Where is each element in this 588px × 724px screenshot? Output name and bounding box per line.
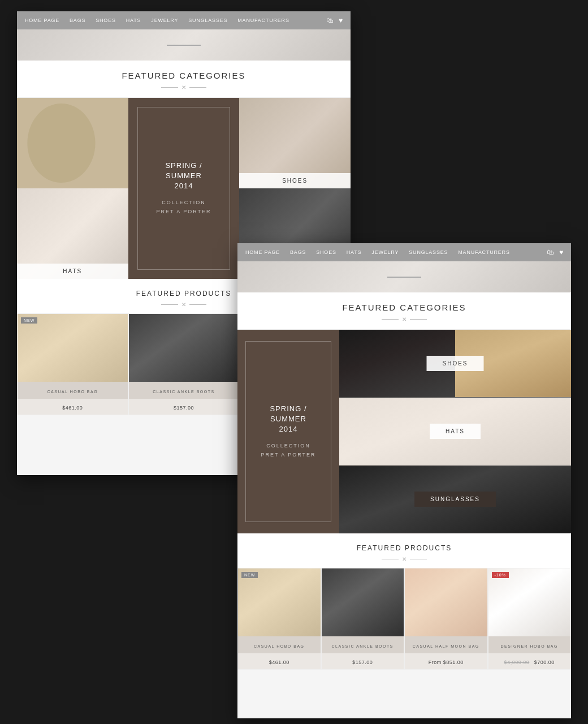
- product-name-bar-1-w2: CASUAL HOBO BAG: [238, 636, 321, 653]
- product-name-bar-3-w2: CASUAL HALF MOON BAG: [405, 636, 487, 653]
- shoes-label-w1: SHOES: [239, 173, 351, 188]
- featured-products-w2: FEATURED PRODUCTS ✕ NEW CASUAL HOBO BAG …: [237, 533, 571, 670]
- nav-sunglasses-w1[interactable]: SUNGLASSES: [188, 18, 227, 23]
- product-photo-1-w2: [238, 568, 321, 636]
- product-name-bar-2-w2: CLASSIC ANKLE BOOTS: [322, 636, 404, 653]
- product-price-3-w2: From $851.00: [429, 660, 464, 665]
- products-grid-w2: NEW CASUAL HOBO BAG $461.00 CLASSIC ANKL…: [237, 568, 571, 670]
- cat-hats-row-w2[interactable]: HATS: [339, 398, 571, 466]
- nav-home-w1[interactable]: HOME PAGE: [25, 18, 59, 23]
- product-img-2-w1: [129, 314, 239, 382]
- product-img-2-w2: [322, 568, 404, 636]
- product-price-1-w2: $461.00: [269, 660, 289, 665]
- product-1-w2[interactable]: NEW CASUAL HOBO BAG $461.00: [237, 568, 321, 670]
- hats-label-w1: HATS: [17, 264, 128, 279]
- featured-categories-heading-w1: FEATURED CATEGORIES: [122, 71, 245, 80]
- product-price-4-w2: $700.00: [534, 660, 555, 665]
- category-shoes-w1[interactable]: SHOES: [239, 98, 351, 188]
- products-divider-w2: ✕: [249, 556, 560, 562]
- products-divider-left-w1: [161, 304, 178, 305]
- nav-shoes-w2[interactable]: SHOES: [316, 249, 336, 255]
- products-divider-left-w2: [382, 559, 399, 559]
- product-photo-2-w1: [129, 314, 239, 382]
- product-price-bar-2-w1: $157.00: [129, 399, 239, 415]
- product-badge-4-w2: -10%: [492, 572, 509, 578]
- product-1-w1[interactable]: NEW CASUAL HOBO BAG $461.00: [17, 313, 128, 415]
- products-heading-w2: FEATURED PRODUCTS: [357, 544, 452, 552]
- product-2-w2[interactable]: CLASSIC ANKLE BOOTS $157.00: [321, 568, 405, 670]
- divider-x-w2: ✕: [402, 316, 407, 322]
- nav-bags-w1[interactable]: BAGS: [70, 18, 85, 23]
- product-price-1-w1: $461.00: [62, 405, 83, 411]
- products-divider-right-w2: [410, 559, 427, 559]
- product-price-bar-3-w2: From $851.00: [405, 653, 487, 669]
- category-hats-w1[interactable]: HATS: [17, 188, 128, 279]
- cart-icon-w2[interactable]: 🛍: [547, 248, 554, 256]
- bags-label-w1: BAGS: [17, 173, 128, 188]
- nav-manufacturers-w1[interactable]: MANUFACTURERS: [237, 18, 289, 23]
- window-2: HOME PAGE BAGS SHOES HATS JEWELRY SUNGLA…: [237, 243, 571, 718]
- promo-border-w2: SPRING / SUMMER2014 COLLECTIONPRET A POR…: [245, 341, 331, 522]
- shoes-button-w2[interactable]: SHOES: [426, 356, 483, 371]
- products-heading-w1: FEATURED PRODUCTS: [136, 290, 231, 298]
- divider-line-right-w2: [410, 319, 427, 320]
- nav-hats-w2[interactable]: HATS: [347, 249, 362, 255]
- product-name-bar-2-w1: CLASSIC ANKLE BOOTS: [129, 382, 239, 399]
- divider-line-left-w2: [382, 319, 399, 320]
- promo-title-w1: SPRING / SUMMER2014: [147, 161, 221, 192]
- category-promo-w1: SPRING / SUMMER2014 COLLECTION PRET A PO…: [128, 98, 240, 279]
- sunglasses-button-w2[interactable]: SUNGLASSES: [414, 492, 496, 507]
- nav-bags-w2[interactable]: BAGS: [290, 249, 306, 255]
- divider-line-left-w1: [161, 87, 178, 88]
- nav-jewelry-w2[interactable]: JEWELRY: [371, 249, 399, 255]
- section-divider-w2: ✕: [249, 316, 560, 322]
- product-price-2-w1: $157.00: [174, 405, 194, 411]
- bags-bg-w1: [17, 98, 128, 188]
- product-name-4-w2: DESIGNER HOBO BAG: [501, 644, 558, 648]
- product-price-bar-1-w1: $461.00: [18, 399, 128, 415]
- product-2-w1[interactable]: CLASSIC ANKLE BOOTS $157.00: [128, 313, 240, 415]
- promo-title-w2: SPRING / SUMMER2014: [255, 404, 322, 435]
- product-img-3-w2: [405, 568, 487, 636]
- product-price-2-w2: $157.00: [352, 660, 373, 665]
- hero-strip-line-w1: [167, 45, 201, 46]
- product-name-3-w2: CASUAL HALF MOON BAG: [413, 644, 479, 648]
- product-img-1-w2: [238, 568, 321, 636]
- product-3-w2[interactable]: CASUAL HALF MOON BAG From $851.00: [404, 568, 488, 670]
- heart-icon-w1[interactable]: ♥: [339, 16, 343, 24]
- product-4-w2[interactable]: -10% DESIGNER HOBO BAG $4,000.00 $700.00: [488, 568, 572, 670]
- products-divider-right-w1: [189, 304, 206, 305]
- promo-sub-w1: COLLECTION PRET A PORTER: [156, 198, 211, 216]
- promo-sub-w2: COLLECTIONPRET A PORTER: [261, 441, 315, 459]
- product-price-bar-2-w2: $157.00: [322, 653, 404, 669]
- product-name-2-w1: CLASSIC ANKLE BOOTS: [153, 390, 214, 394]
- product-badge-1-w1: NEW: [21, 317, 37, 324]
- nav-hats-w1[interactable]: HATS: [126, 18, 141, 23]
- divider-line-right-w1: [189, 87, 206, 88]
- product-photo-4-w2: [488, 568, 571, 636]
- product-img-1-w1: [18, 314, 128, 382]
- nav-shoes-w1[interactable]: SHOES: [96, 18, 116, 23]
- product-old-price-4-w2: $4,000.00: [504, 660, 530, 665]
- category-grid-w2: SPRING / SUMMER2014 COLLECTIONPRET A POR…: [237, 330, 571, 533]
- hats-button-w2[interactable]: HATS: [430, 424, 481, 439]
- cat-list-w2: SHOES HATS SUNGLASSES: [339, 330, 571, 533]
- featured-categories-title-w2: FEATURED CATEGORIES ✕: [237, 292, 571, 330]
- section-divider-w1: ✕: [28, 84, 339, 90]
- product-name-bar-4-w2: DESIGNER HOBO BAG: [488, 636, 571, 653]
- heart-icon-w2[interactable]: ♥: [559, 248, 563, 256]
- nav-jewelry-w1[interactable]: JEWELRY: [151, 18, 178, 23]
- nav-sunglasses-w2[interactable]: SUNGLASSES: [409, 249, 448, 255]
- nav-manufacturers-w2[interactable]: MANUFACTURERS: [458, 249, 509, 255]
- cat-shoes-row-w2[interactable]: SHOES: [339, 330, 571, 398]
- featured-categories-heading-w2: FEATURED CATEGORIES: [342, 303, 466, 312]
- category-bags-w1[interactable]: BAGS: [17, 98, 128, 188]
- nav-home-w2[interactable]: HOME PAGE: [245, 249, 280, 255]
- product-img-4-w2: [488, 568, 571, 636]
- product-price-bar-1-w2: $461.00: [238, 653, 321, 669]
- cat-sunglasses-row-w2[interactable]: SUNGLASSES: [339, 466, 571, 533]
- product-price-bar-4-w2: $4,000.00 $700.00: [488, 653, 571, 669]
- cart-icon-w1[interactable]: 🛍: [326, 16, 333, 24]
- product-photo-1-w1: [18, 314, 128, 382]
- navbar-w1: HOME PAGE BAGS SHOES HATS JEWELRY SUNGLA…: [17, 11, 351, 29]
